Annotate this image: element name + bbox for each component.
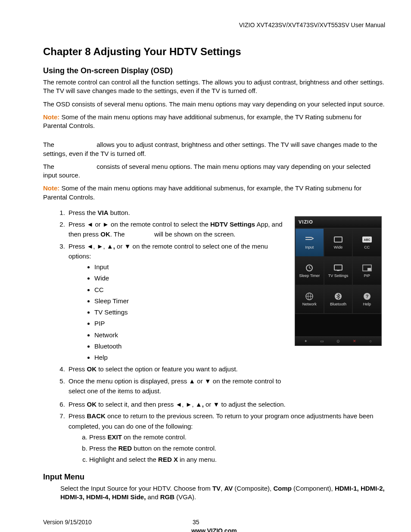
text: Press xyxy=(89,433,108,441)
step-5: Once the menu option is displayed, press… xyxy=(67,376,287,396)
osd-tile-label: Bluetooth xyxy=(330,302,346,307)
text: . The xyxy=(110,230,127,238)
text: (Composite), xyxy=(233,485,273,492)
step-6: Press OK to select it, and then press ◄,… xyxy=(67,399,385,409)
menu-options-list: Input Wide CC Sleep Timer TV Settings PI… xyxy=(68,262,287,362)
text: The xyxy=(43,163,56,170)
sub-step-b: Press the RED button on the remote contr… xyxy=(89,443,385,453)
svg-rect-4 xyxy=(334,265,342,270)
text: or ▼ to adjust the selection. xyxy=(204,401,286,408)
text: Press xyxy=(68,401,87,408)
sub-steps: Press EXIT on the remote control. Press … xyxy=(68,432,385,465)
osd-tile-tv-settings[interactable]: TV Settings xyxy=(324,257,353,285)
footer-icon: ✦ xyxy=(303,339,308,344)
footer-icon: ⊙ xyxy=(336,339,341,344)
list-item: Input xyxy=(94,262,287,272)
step-3: Press ◄, ►, ▲, or ▼ on the remote contro… xyxy=(67,241,287,363)
osd-tile-bluetooth[interactable]: Bluetooth xyxy=(324,285,353,314)
ok-label: OK xyxy=(100,230,110,238)
section-input-menu-title: Input Menu xyxy=(43,473,385,482)
section-osd-title: Using the On-screen Display (OSD) xyxy=(43,66,385,75)
tv-label: TV xyxy=(212,485,221,492)
document-page: VIZIO XVT423SV/XVT473SV/XVT553SV User Ma… xyxy=(0,0,411,532)
step-1: Press the VIA button. xyxy=(67,208,287,218)
osd-tile-help[interactable]: ? Help xyxy=(352,285,381,314)
intro-paragraph-1: The remote control can control all the f… xyxy=(43,78,385,96)
list-item: CC xyxy=(94,285,287,295)
osd-spacer xyxy=(295,314,381,336)
text: Some of the main menu options may have a… xyxy=(43,184,361,200)
osd-tile-label: Help xyxy=(363,302,371,307)
osd-tile-wide[interactable]: Wide xyxy=(324,228,353,257)
svg-text:?: ? xyxy=(365,294,368,299)
list-item: TV Settings xyxy=(94,307,287,317)
network-icon xyxy=(304,292,314,301)
list-item: PIP xyxy=(94,318,287,328)
red-label: RED xyxy=(118,445,132,452)
text: to select the option or feature you want… xyxy=(97,365,238,373)
paragraph-4: The consists of several menu options. Th… xyxy=(43,162,385,180)
osd-tile-label: CC xyxy=(364,246,370,250)
text: Press ◄, ►, ▲ xyxy=(68,243,113,250)
pip-icon xyxy=(362,264,372,272)
sub-step-a: Press EXIT on the remote control. xyxy=(89,432,385,442)
text: will be shown on the screen. xyxy=(153,230,236,238)
av-label: AV xyxy=(224,485,233,492)
svg-rect-7 xyxy=(367,268,371,271)
list-item: Network xyxy=(94,330,287,340)
list-item: Help xyxy=(94,352,287,362)
page-footer: Version 9/15/2010 35 www.VIZIO.com xyxy=(43,519,385,532)
text: The xyxy=(43,141,56,148)
text: The remote control can control all the f… xyxy=(43,78,215,86)
input-menu-paragraph: Select the Input Source for your HDTV. C… xyxy=(43,484,385,502)
osd-tile-label: Network xyxy=(302,302,317,307)
osd-tile-input[interactable]: Input xyxy=(295,228,324,257)
footer-icon: ○ xyxy=(368,339,373,344)
bluetooth-icon xyxy=(333,292,343,301)
red-x-label: RED X xyxy=(158,456,178,463)
step-2: Press ◄ or ► on the remote control to se… xyxy=(67,219,287,240)
text: (Component), xyxy=(292,485,335,492)
ok-label: OK xyxy=(87,401,97,408)
steps-list: Press the VIA button. Press ◄ or ► on th… xyxy=(43,208,287,396)
header-manual-title: VIZIO XVT423SV/XVT473SV/XVT553SV User Ma… xyxy=(43,22,385,28)
note-label: Note: xyxy=(43,184,59,192)
chapter-title: Chapter 8 Adjusting Your HDTV Settings xyxy=(43,46,385,58)
svg-rect-0 xyxy=(334,237,342,242)
rgb-label: RGB xyxy=(160,493,174,501)
comp-label: Comp xyxy=(273,485,292,492)
tv-settings-icon xyxy=(333,264,343,272)
steps-list-cont: Press OK to select it, and then press ◄,… xyxy=(43,399,385,465)
osd-tile-label: Wide xyxy=(334,246,343,250)
footer-url: www.VIZIO.com xyxy=(43,527,385,532)
back-label: BACK xyxy=(87,412,106,420)
text: button on the remote control. xyxy=(132,445,216,452)
footer-icon: ▭ xyxy=(319,339,324,344)
note-paragraph-1: Note: Some of the main menu options may … xyxy=(43,113,385,131)
osd-tile-pip[interactable]: PIP xyxy=(352,257,381,285)
sleep-timer-icon xyxy=(304,264,314,272)
text: Press ◄ or ► on the remote control to se… xyxy=(68,221,210,228)
text: Press the xyxy=(68,209,98,216)
text: Some of the main menu options may have a… xyxy=(43,113,361,129)
note-paragraph-2: Note: Some of the main menu options may … xyxy=(43,184,385,202)
text: Press the xyxy=(89,445,118,452)
footer-close-icon: ✕ xyxy=(352,339,357,344)
paragraph-3: The allows you to adjust contrast, brigh… xyxy=(43,140,385,158)
input-icon xyxy=(304,235,314,244)
osd-tile-network[interactable]: Network xyxy=(295,285,324,314)
svg-rect-5 xyxy=(337,270,339,271)
list-item: Sleep Timer xyxy=(94,296,287,306)
osd-tile-sleep-timer[interactable]: Sleep Timer xyxy=(295,257,324,285)
help-icon: ? xyxy=(362,292,372,301)
text: to select it, and then press ◄, ►, ▲ xyxy=(97,401,202,408)
hdtv-settings-label: HDTV Settings xyxy=(210,221,255,228)
text: button. xyxy=(109,209,130,216)
step-4: Press OK to select the option or feature… xyxy=(67,364,287,374)
cc-icon: ABC xyxy=(362,235,372,244)
text: Press xyxy=(68,365,87,373)
osd-tile-cc[interactable]: ABC CC xyxy=(352,228,381,257)
exit-label: EXIT xyxy=(108,433,122,441)
osd-tile-label: Sleep Timer xyxy=(299,274,320,278)
text: on the remote control. xyxy=(122,433,187,441)
